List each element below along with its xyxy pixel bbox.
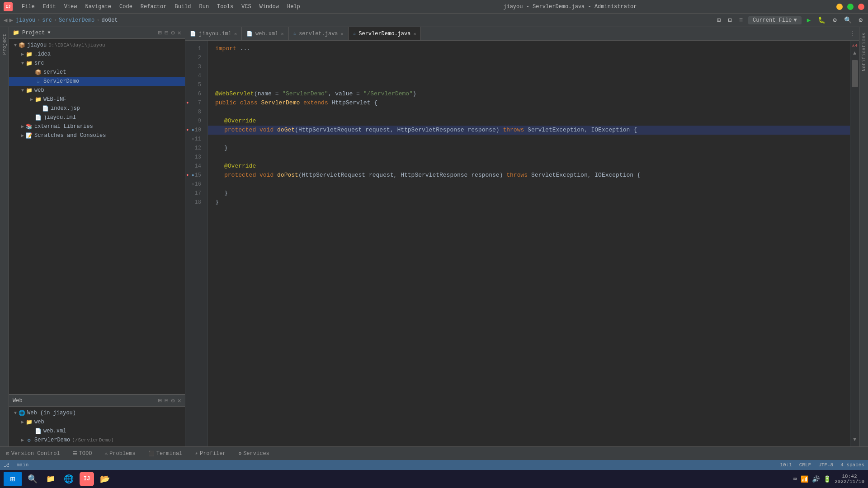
nav-forward-icon[interactable]: ▶ bbox=[9, 16, 13, 24]
bottom-tab-terminal[interactable]: ⬛ Terminal bbox=[146, 450, 185, 458]
menu-edit[interactable]: Edit bbox=[39, 3, 60, 11]
bottom-tab-version-control[interactable]: ⊡ Version Control bbox=[4, 450, 63, 458]
breakpoint-icon-10[interactable]: ● bbox=[186, 126, 189, 135]
status-git-branch[interactable]: main bbox=[17, 462, 28, 468]
menu-navigate[interactable]: Navigate bbox=[81, 3, 115, 11]
gear-icon[interactable]: ⚙ bbox=[857, 15, 864, 25]
tree-servlet-pkg[interactable]: ▶ 📦 servlet bbox=[9, 68, 185, 77]
menu-vcs[interactable]: VCS bbox=[238, 3, 255, 11]
tab-servlet-close[interactable]: ✕ bbox=[341, 31, 344, 37]
bottom-tab-problems[interactable]: ⚠ Problems bbox=[102, 450, 138, 458]
collapse-icon[interactable]: ⊟ bbox=[165, 29, 168, 37]
web-root[interactable]: ▼ 🌐 Web (in jiayou) bbox=[9, 408, 185, 418]
tree-idea[interactable]: ▶ 📁 .idea bbox=[9, 50, 185, 59]
menu-view[interactable]: View bbox=[61, 3, 81, 11]
tab-iml-close[interactable]: ✕ bbox=[234, 31, 237, 37]
settings-panel-icon[interactable]: ⚙ bbox=[171, 29, 175, 37]
run-icon[interactable]: ▶ bbox=[805, 15, 812, 25]
tree-root-jiayou[interactable]: ▼ 📦 jiayou D:\IDEA\day1\jiayou bbox=[9, 41, 185, 50]
breadcrumb-src[interactable]: src bbox=[42, 17, 52, 23]
tab-servlet-java[interactable]: ☕ servlet.java ✕ bbox=[289, 27, 349, 40]
tree-jiayouilm[interactable]: ▶ 📄 jiayou.iml bbox=[9, 113, 185, 122]
tab-jiayou-iml[interactable]: 📄 jiayou.iml ✕ bbox=[185, 27, 242, 40]
menu-run[interactable]: Run bbox=[195, 3, 212, 11]
taskbar-tray-icon-4[interactable]: 🔋 bbox=[823, 475, 831, 483]
nav-icon-3[interactable]: ≡ bbox=[737, 16, 745, 25]
fold-icon-16[interactable]: ◇ bbox=[192, 180, 194, 189]
status-line-ending[interactable]: CRLF bbox=[799, 462, 811, 468]
breakpoint-icon-15[interactable]: ● bbox=[186, 171, 189, 180]
status-indent[interactable]: 4 spaces bbox=[840, 462, 864, 468]
tree-scratches[interactable]: ▶ 📝 Scratches and Consoles bbox=[9, 131, 185, 140]
menu-window[interactable]: Window bbox=[256, 3, 283, 11]
scroll-thumb[interactable] bbox=[852, 60, 858, 87]
web-servlerdemo[interactable]: ▶ ⚙ ServlerDemo (/ServlerDemo) bbox=[9, 436, 185, 445]
tree-web[interactable]: ▼ 📁 web bbox=[9, 86, 185, 95]
maximize-button[interactable] bbox=[847, 4, 854, 10]
taskbar-tray-icon-3[interactable]: 🔊 bbox=[812, 475, 820, 483]
nav-icon-2[interactable]: ⊟ bbox=[726, 15, 733, 25]
tab-servlerdemo-java[interactable]: ☕ ServlerDemo.java ✕ bbox=[349, 27, 421, 40]
fold-icon-11[interactable]: ◇ bbox=[192, 135, 194, 144]
jiayou-label: jiayou bbox=[27, 42, 47, 48]
tree-src[interactable]: ▼ 📁 src bbox=[9, 59, 185, 68]
project-side-label[interactable]: Project bbox=[1, 30, 8, 58]
minimize-button[interactable] bbox=[836, 4, 843, 10]
menu-build[interactable]: Build bbox=[171, 3, 194, 11]
tab-more-button[interactable]: ⋮ bbox=[845, 30, 859, 38]
tree-indexjsp[interactable]: ▶ 📄 index.jsp bbox=[9, 104, 185, 113]
web-panel-title-label[interactable]: Web bbox=[13, 398, 23, 404]
breadcrumb-class[interactable]: ServlerDemo bbox=[59, 17, 94, 23]
menu-file[interactable]: File bbox=[18, 3, 38, 11]
tab-servlerdemo-close[interactable]: ✕ bbox=[413, 31, 416, 37]
tab-xml-close[interactable]: ✕ bbox=[281, 31, 283, 37]
web-folder[interactable]: ▶ 📁 web bbox=[9, 418, 185, 427]
taskbar-clock[interactable]: 18:42 2022/11/10 bbox=[835, 474, 864, 484]
status-position[interactable]: 10:1 bbox=[780, 462, 792, 468]
tree-servlerdemo[interactable]: ▶ ☕ ServlerDemo bbox=[9, 77, 185, 86]
breadcrumb-project[interactable]: jiayou bbox=[16, 17, 35, 23]
current-file-dropdown[interactable]: Current File ▼ bbox=[748, 16, 802, 24]
taskbar-icon-files[interactable]: 📁 bbox=[43, 472, 58, 486]
menu-refactor[interactable]: Refactor bbox=[137, 3, 170, 11]
scroll-up-icon[interactable]: ▲ bbox=[853, 50, 856, 56]
breakpoint-icon-7[interactable]: ● bbox=[186, 99, 189, 108]
web-xml[interactable]: ▶ 📄 web.xml bbox=[9, 427, 185, 436]
project-panel-title[interactable]: 📁 Project ▼ bbox=[13, 29, 50, 36]
sync-icon[interactable]: ⊞ bbox=[158, 29, 161, 37]
web-settings-icon[interactable]: ⚙ bbox=[171, 397, 175, 404]
nav-icon-1[interactable]: ⊞ bbox=[715, 15, 722, 25]
close-button[interactable] bbox=[858, 4, 864, 10]
web-sync-icon[interactable]: ⊞ bbox=[158, 397, 161, 404]
taskbar-start-button[interactable]: ⊞ bbox=[4, 472, 22, 486]
code-content[interactable]: import ... @WebServlet(name = "ServlerDe… bbox=[208, 41, 850, 446]
taskbar-icon-chrome[interactable]: 🌐 bbox=[61, 472, 76, 486]
bottom-tab-services[interactable]: ⚙ Services bbox=[236, 450, 272, 458]
close-panel-icon[interactable]: ✕ bbox=[178, 29, 181, 37]
scroll-down-icon[interactable]: ▼ bbox=[853, 436, 856, 443]
taskbar-tray-icon-1[interactable]: ⌨ bbox=[793, 475, 797, 483]
menu-help[interactable]: Help bbox=[283, 3, 304, 11]
web-close-icon[interactable]: ✕ bbox=[178, 397, 181, 404]
tree-extlibs[interactable]: ▶ 📚 External Libraries bbox=[9, 122, 185, 131]
menu-code[interactable]: Code bbox=[116, 3, 136, 11]
settings-icon[interactable]: ⚙ bbox=[831, 15, 838, 25]
tab-web-xml[interactable]: 📄 web.xml ✕ bbox=[242, 27, 288, 40]
search-icon[interactable]: 🔍 bbox=[842, 15, 854, 25]
status-encoding[interactable]: UTF-8 bbox=[818, 462, 833, 468]
project-side-icon[interactable]: Project bbox=[1, 31, 8, 58]
taskbar-tray-icon-2[interactable]: 📶 bbox=[801, 475, 808, 483]
menu-tools[interactable]: Tools bbox=[213, 3, 237, 11]
notifications-label[interactable]: Notifications bbox=[860, 29, 868, 75]
taskbar-icon-explorer[interactable]: 📂 bbox=[98, 472, 112, 486]
taskbar-icon-idea[interactable]: IJ bbox=[80, 472, 94, 486]
nav-back-icon[interactable]: ◀ bbox=[4, 16, 7, 24]
debug-icon[interactable]: 🐛 bbox=[816, 15, 827, 25]
taskbar-icon-search[interactable]: 🔍 bbox=[25, 472, 40, 486]
breadcrumb-method[interactable]: doGet bbox=[102, 17, 118, 23]
tree-webinf[interactable]: ▶ 📁 WEB-INF bbox=[9, 95, 185, 104]
web-collapse-icon[interactable]: ⊟ bbox=[165, 397, 168, 404]
error-count[interactable]: ⚠4 bbox=[852, 42, 858, 48]
bottom-tab-todo[interactable]: ☰ TODO bbox=[70, 450, 95, 458]
bottom-tab-profiler[interactable]: ⚡ Profiler bbox=[192, 450, 228, 458]
